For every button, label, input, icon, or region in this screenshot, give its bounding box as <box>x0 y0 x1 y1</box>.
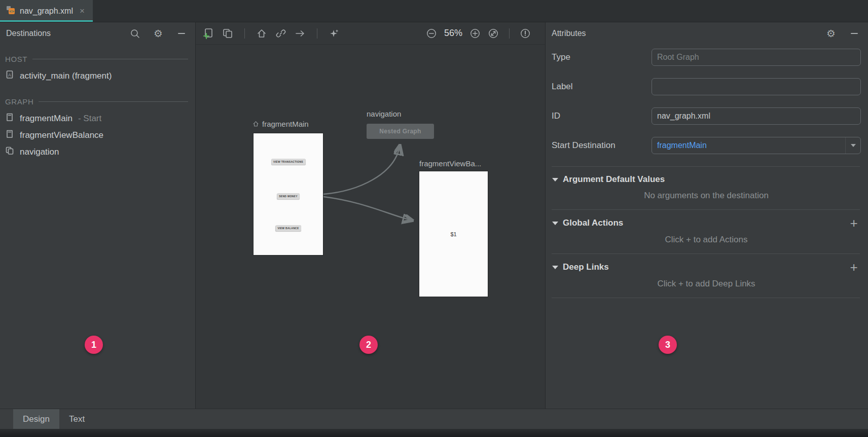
start-destination-value: fragmentMain <box>657 141 845 150</box>
preview-button: VIEW TRANSACTIONS <box>271 159 305 165</box>
collapse-triangle-icon <box>552 178 558 181</box>
preview-button: VIEW BALANCE <box>275 225 301 231</box>
attributes-header: Attributes ⚙ <box>546 22 868 45</box>
attributes-body: Type Label ID Start Destination fragment… <box>546 45 868 298</box>
navigation-canvas[interactable]: fragmentMain VIEW TRANSACTIONS SEND MONE… <box>196 45 545 409</box>
tab-title: nav_graph.xml <box>20 7 73 16</box>
global-actions-hint: Click + to add Actions <box>552 234 861 253</box>
nested-graph-node[interactable]: Nested Graph <box>367 124 434 139</box>
global-actions-section-header[interactable]: Global Actions + <box>552 210 861 234</box>
nested-graph-label: navigation <box>367 110 401 118</box>
main-area: Destinations ⚙ HOST A activity <box>0 22 868 409</box>
action-arrow-icon[interactable] <box>295 28 306 39</box>
link-action-icon[interactable] <box>275 28 286 39</box>
id-field[interactable] <box>652 107 861 125</box>
hide-panel-icon[interactable] <box>849 28 860 39</box>
search-icon[interactable] <box>129 28 140 39</box>
destinations-header: Destinations ⚙ <box>0 22 195 45</box>
zoom-in-icon[interactable] <box>469 28 481 39</box>
callout-badge-2: 2 <box>359 336 378 354</box>
tree-item-fragment-view-balance[interactable]: fragmentViewBalance <box>0 127 195 143</box>
tree-item-fragment-main[interactable]: fragmentMain - Start <box>0 110 195 127</box>
add-action-button[interactable]: + <box>848 217 860 229</box>
design-surface-panel: 56% <box>196 22 546 409</box>
id-row: ID <box>552 107 861 125</box>
action-to-fragment-view-balance[interactable] <box>323 197 411 220</box>
fragment-view-balance-preview[interactable]: $1 <box>419 171 488 297</box>
host-section-header: HOST <box>5 55 188 63</box>
action-wires <box>196 45 545 409</box>
start-destination-label: Start Destination <box>552 140 652 151</box>
new-nested-graph-icon[interactable] <box>222 28 233 39</box>
type-row: Type <box>552 49 861 66</box>
label-label: Label <box>552 82 652 92</box>
add-deep-link-button[interactable]: + <box>848 262 860 273</box>
destinations-panel: Destinations ⚙ HOST A activity <box>0 22 196 409</box>
label-field[interactable] <box>652 78 861 95</box>
argument-defaults-hint: No arguments on the destination <box>552 190 861 209</box>
id-label: ID <box>552 111 652 121</box>
callout-badge-1: 1 <box>85 336 103 354</box>
attributes-title: Attributes <box>552 29 586 38</box>
window-bottom-strip <box>0 429 868 437</box>
new-destination-icon[interactable] <box>203 28 214 39</box>
editor-mode-bar: Design Text <box>0 409 868 429</box>
fragment-main-label: fragmentMain <box>252 120 309 128</box>
gear-icon[interactable]: ⚙ <box>825 28 837 39</box>
activity-icon: A <box>5 70 14 82</box>
fragment-icon <box>5 129 14 141</box>
tab-design[interactable]: Design <box>13 409 59 429</box>
design-toolbar: 56% <box>196 22 545 45</box>
gear-icon[interactable]: ⚙ <box>153 28 164 39</box>
tab-text[interactable]: Text <box>59 409 94 429</box>
deep-links-hint: Click + to add Deep Links <box>552 278 861 298</box>
attributes-panel: Attributes ⚙ Type Label ID <box>546 22 868 409</box>
editor-tab-bar: <> nav_graph.xml × <box>0 0 868 22</box>
tree-item-activity-main[interactable]: A activity_main (fragment) <box>0 67 195 84</box>
editor-tab-nav-graph[interactable]: <> nav_graph.xml × <box>0 0 93 22</box>
argument-defaults-section-header[interactable]: Argument Default Values <box>552 167 861 190</box>
action-to-navigation[interactable] <box>323 147 400 194</box>
nested-graph-icon <box>5 146 14 158</box>
tab-close-icon[interactable]: × <box>80 7 85 15</box>
label-row: Label <box>552 78 861 95</box>
divider <box>552 298 860 298</box>
graph-section-header: GRAPH <box>5 97 188 106</box>
destinations-title: Destinations <box>6 29 51 38</box>
destinations-tree: HOST A activity_main (fragment) GRAPH <box>0 45 195 164</box>
type-field[interactable] <box>652 49 861 66</box>
collapse-triangle-icon <box>552 266 558 269</box>
chevron-down-icon <box>851 144 856 147</box>
zoom-out-icon[interactable] <box>426 28 437 39</box>
fragment-main-preview[interactable]: VIEW TRANSACTIONS SEND MONEY VIEW BALANC… <box>254 133 323 255</box>
issues-warning-icon[interactable] <box>520 28 531 39</box>
dropdown-button[interactable] <box>845 137 860 154</box>
zoom-level: 56% <box>444 28 462 39</box>
fragment-view-balance-label: fragmentViewBa... <box>419 159 481 168</box>
xml-file-icon: <> <box>6 6 15 17</box>
preview-text: $1 <box>450 231 456 237</box>
start-destination-suffix: - Start <box>78 114 101 124</box>
type-label: Type <box>552 52 652 62</box>
zoom-to-fit-icon[interactable] <box>488 28 499 39</box>
preview-button: SEND MONEY <box>277 193 300 199</box>
svg-text:<>: <> <box>9 9 14 14</box>
tree-item-navigation[interactable]: navigation <box>0 143 195 160</box>
auto-arrange-icon[interactable] <box>329 28 340 39</box>
hide-panel-icon[interactable] <box>176 28 187 39</box>
go-home-icon[interactable] <box>256 28 267 39</box>
fragment-icon <box>5 113 14 124</box>
callout-badge-3: 3 <box>659 336 677 354</box>
start-destination-dropdown[interactable]: fragmentMain <box>652 137 861 154</box>
collapse-triangle-icon <box>552 222 558 225</box>
deep-links-section-header[interactable]: Deep Links + <box>552 254 861 278</box>
svg-text:A: A <box>8 72 11 78</box>
android-studio-nav-editor: <> nav_graph.xml × Destinations ⚙ <box>0 0 868 437</box>
start-destination-row: Start Destination fragmentMain <box>552 137 861 154</box>
